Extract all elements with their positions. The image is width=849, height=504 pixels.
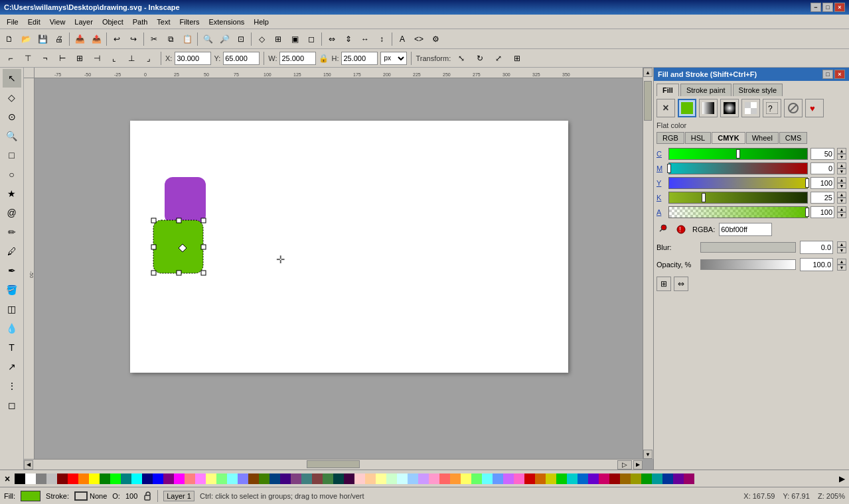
y-value-input[interactable]: [810, 177, 834, 189]
k-spin-down[interactable]: ▼: [837, 198, 846, 204]
palette-color-24[interactable]: [270, 473, 280, 484]
palette-color-42[interactable]: [461, 473, 471, 484]
tb-select-same[interactable]: ⊞: [270, 31, 286, 47]
canvas-svg[interactable]: [130, 121, 568, 373]
maximize-button[interactable]: □: [822, 3, 833, 12]
palette-color-41[interactable]: [450, 473, 461, 484]
palette-color-26[interactable]: [291, 473, 301, 484]
align-br[interactable]: ⌟: [141, 50, 157, 66]
tool-eraser[interactable]: ◻: [3, 396, 21, 414]
h-input[interactable]: [341, 52, 378, 65]
palette-color-63[interactable]: [684, 473, 694, 484]
unit-select[interactable]: px mm cm in: [380, 52, 407, 65]
palette-color-61[interactable]: [662, 473, 673, 484]
palette-color-16[interactable]: [185, 473, 195, 484]
palette-color-31[interactable]: [344, 473, 354, 484]
tb-open[interactable]: 📂: [18, 31, 34, 47]
palette-color-20[interactable]: [227, 473, 238, 484]
scroll-left-btn[interactable]: ◀: [24, 460, 33, 470]
align-ml[interactable]: ⊢: [54, 50, 70, 66]
c-spin-up[interactable]: ▲: [837, 148, 846, 154]
menu-text[interactable]: Text: [153, 17, 174, 27]
paint-unset-icon[interactable]: [784, 99, 803, 117]
palette-color-27[interactable]: [301, 473, 312, 484]
palette-color-2[interactable]: [36, 473, 46, 484]
c-spin-down[interactable]: ▼: [837, 154, 846, 160]
transform-scale[interactable]: ⤡: [453, 50, 469, 66]
tool-spray[interactable]: ⋮: [3, 377, 21, 395]
palette-color-17[interactable]: [195, 473, 206, 484]
y-spin-down[interactable]: ▼: [837, 183, 846, 189]
tool-connector[interactable]: ↗: [3, 357, 21, 376]
tb-redo[interactable]: ↪: [125, 31, 141, 47]
close-button[interactable]: ×: [834, 3, 845, 12]
color-tab-cms[interactable]: CMS: [779, 132, 807, 144]
palette-color-14[interactable]: [163, 473, 174, 484]
tool-spiral[interactable]: @: [3, 204, 21, 222]
opacity-spin-up[interactable]: ▲: [837, 259, 846, 265]
tb-nodes[interactable]: ◇: [254, 31, 270, 47]
paint-none-icon[interactable]: ×: [656, 99, 675, 117]
palette-color-22[interactable]: [248, 473, 259, 484]
paint-swatch-icon[interactable]: ?: [763, 99, 781, 117]
tb-text-tool[interactable]: A: [394, 31, 410, 47]
palette-color-25[interactable]: [280, 473, 291, 484]
rgba-input[interactable]: [719, 223, 772, 236]
tool-dropper[interactable]: 💧: [3, 319, 21, 338]
m-value-input[interactable]: [810, 162, 834, 174]
tool-gradient[interactable]: ◫: [3, 300, 21, 318]
palette-color-62[interactable]: [673, 473, 684, 484]
blur-slider[interactable]: [700, 242, 796, 253]
k-label[interactable]: K: [656, 194, 666, 202]
palette-color-52[interactable]: [567, 473, 578, 484]
palette-color-12[interactable]: [142, 473, 153, 484]
tb-align[interactable]: ⇔: [324, 31, 340, 47]
m-label[interactable]: M: [656, 164, 666, 172]
color-tab-rgb[interactable]: RGB: [656, 132, 684, 144]
minimize-button[interactable]: −: [810, 3, 821, 12]
palette-color-48[interactable]: [524, 473, 535, 484]
palette-color-15[interactable]: [174, 473, 185, 484]
menu-file[interactable]: File: [3, 17, 23, 27]
tb-xml[interactable]: <>: [411, 31, 427, 47]
tool-tweak[interactable]: ⊙: [3, 107, 21, 126]
paint-radial-icon[interactable]: [720, 99, 739, 117]
y-input[interactable]: [223, 52, 260, 65]
tb-copy[interactable]: ⧉: [163, 31, 179, 47]
menu-filters[interactable]: Filters: [176, 17, 204, 27]
w-input[interactable]: [279, 52, 316, 65]
palette-color-47[interactable]: [514, 473, 524, 484]
palette-color-36[interactable]: [397, 473, 408, 484]
palette-color-35[interactable]: [386, 473, 397, 484]
palette-color-19[interactable]: [216, 473, 227, 484]
y-slider-track[interactable]: [668, 177, 808, 189]
palette-color-23[interactable]: [259, 473, 270, 484]
k-value-input[interactable]: [810, 192, 834, 204]
palette-color-39[interactable]: [429, 473, 439, 484]
color-tab-cmyk[interactable]: CMYK: [712, 132, 745, 144]
panel-close-button[interactable]: ×: [834, 70, 845, 79]
opacity-slider[interactable]: [700, 259, 796, 270]
k-slider-track[interactable]: [668, 192, 808, 204]
palette-color-3[interactable]: [46, 473, 57, 484]
menu-help[interactable]: Help: [250, 17, 273, 27]
a-spin-up[interactable]: ▲: [837, 206, 846, 212]
palette-color-6[interactable]: [78, 473, 89, 484]
tool-text[interactable]: T: [3, 338, 21, 357]
scroll-thumb-v[interactable]: [644, 81, 652, 121]
tab-stroke-paint[interactable]: Stroke paint: [680, 84, 732, 96]
palette-color-38[interactable]: [418, 473, 429, 484]
m-spin-up[interactable]: ▲: [837, 162, 846, 168]
scroll-up-btn[interactable]: ▲: [643, 68, 653, 77]
tool-bucket[interactable]: 🪣: [3, 281, 21, 299]
palette-color-49[interactable]: [535, 473, 546, 484]
palette-color-18[interactable]: [206, 473, 216, 484]
tb-cut[interactable]: ✂: [146, 31, 162, 47]
tb-new[interactable]: 🗋: [1, 31, 17, 47]
palette-color-58[interactable]: [631, 473, 641, 484]
palette-color-40[interactable]: [439, 473, 450, 484]
palette-color-30[interactable]: [333, 473, 344, 484]
tb-import[interactable]: 📥: [72, 31, 88, 47]
paint-pattern-icon[interactable]: [741, 99, 760, 117]
a-value-input[interactable]: [810, 206, 834, 218]
